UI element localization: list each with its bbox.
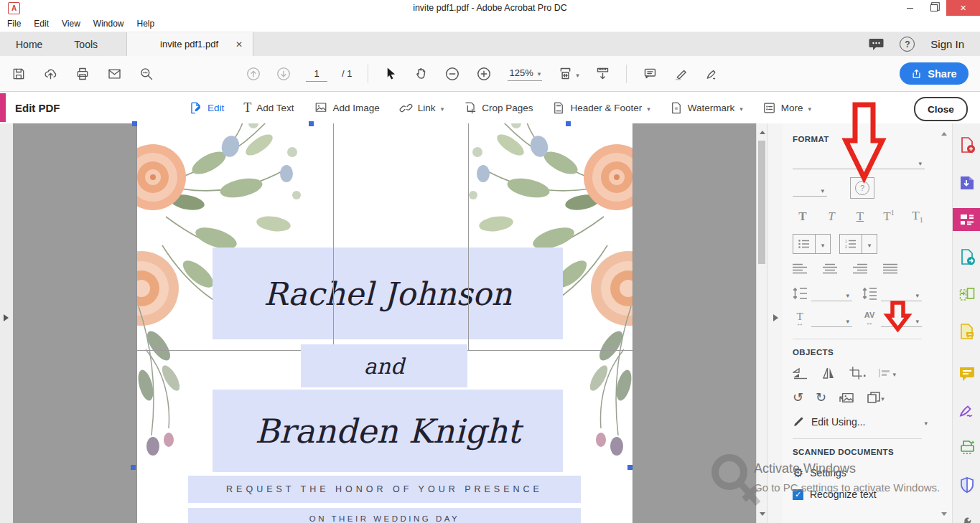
tool-link[interactable]: Link	[399, 101, 444, 115]
panel-scroll-up-icon[interactable]	[941, 132, 947, 136]
font-size-select[interactable]	[793, 180, 827, 197]
textbox-groom-name[interactable]: Branden Knight	[213, 390, 563, 472]
document-scrollbar[interactable]	[756, 123, 767, 523]
subscript-icon[interactable]: T1	[907, 209, 928, 224]
rail-scan-and-ocr[interactable]	[953, 436, 980, 459]
rail-edit-pdf[interactable]	[953, 208, 980, 231]
bulleted-list-button[interactable]	[793, 234, 831, 254]
previous-page-icon[interactable]	[246, 66, 261, 82]
line-spacing-select[interactable]	[811, 285, 852, 301]
next-page-icon[interactable]	[276, 66, 291, 82]
zoom-in-icon[interactable]	[476, 66, 492, 82]
font-help-button[interactable]: ?	[850, 177, 874, 199]
tab-tools[interactable]: Tools	[58, 32, 113, 56]
textbox-conjunction[interactable]: and	[301, 344, 467, 387]
checkbox-checked-icon[interactable]: ✓	[793, 489, 803, 500]
scroll-up-icon[interactable]	[760, 131, 765, 134]
textbox-request-line[interactable]: REQUEST THE HONOR OF YOUR PRESENCE	[188, 476, 581, 503]
character-spacing-select[interactable]	[881, 311, 922, 327]
scrolling-mode-icon[interactable]	[595, 66, 610, 81]
menu-file[interactable]: File	[0, 19, 27, 29]
rail-create-pdf[interactable]	[953, 133, 980, 156]
zoom-out-icon[interactable]	[444, 66, 460, 82]
rail-protect[interactable]	[953, 473, 980, 496]
scan-settings-button[interactable]: ⚙ Settings	[793, 466, 942, 480]
zoom-level-combo[interactable]: 125%	[508, 66, 542, 81]
selection-handle[interactable]	[627, 465, 633, 470]
textbox-bride-name[interactable]: Rachel Johnson	[213, 248, 563, 339]
rail-send-for-comments[interactable]	[953, 320, 980, 343]
selection-handle[interactable]	[309, 121, 314, 126]
align-objects-button[interactable]	[878, 367, 896, 380]
panel-scroll-down-icon[interactable]	[941, 512, 947, 516]
save-icon[interactable]	[11, 67, 26, 81]
print-icon[interactable]	[75, 67, 90, 81]
paragraph-spacing-select[interactable]	[881, 285, 922, 301]
textbox-wedding-day-line[interactable]: ON THEIR WEDDING DAY	[188, 508, 581, 523]
rail-comment[interactable]	[953, 363, 980, 385]
fit-width-combo[interactable]	[558, 66, 579, 81]
collapse-panel-icon[interactable]	[773, 314, 778, 321]
menu-help[interactable]: Help	[131, 19, 162, 29]
email-icon[interactable]	[107, 67, 122, 81]
menu-edit[interactable]: Edit	[27, 19, 55, 29]
crop-object-icon[interactable]: .	[849, 366, 866, 380]
rotate-cw-icon[interactable]: ↻	[816, 390, 826, 405]
edit-using-button[interactable]: Edit Using...	[793, 415, 928, 428]
rail-organize-pages[interactable]	[953, 283, 980, 306]
scroll-down-icon[interactable]	[760, 512, 765, 516]
notifications-bubble-icon[interactable]	[869, 38, 884, 51]
superscript-icon[interactable]: T1	[879, 209, 899, 224]
tool-header-footer[interactable]: Header & Footer	[552, 101, 650, 115]
minimize-button[interactable]	[897, 0, 922, 16]
flip-horizontal-icon[interactable]	[793, 367, 808, 380]
tool-edit[interactable]: Edit	[189, 101, 224, 115]
font-family-select[interactable]	[793, 153, 925, 169]
align-left-icon[interactable]	[793, 263, 807, 274]
comment-note-icon[interactable]	[643, 66, 658, 81]
selection-handle[interactable]	[131, 465, 136, 470]
highlighter-icon[interactable]	[673, 66, 689, 81]
share-button[interactable]: Share	[900, 62, 969, 85]
align-justify-icon[interactable]	[883, 263, 897, 274]
arrange-objects-button[interactable]	[867, 391, 885, 404]
rail-fill-and-sign[interactable]	[953, 399, 980, 422]
bold-icon[interactable]: T	[793, 209, 813, 224]
rail-more-tools[interactable]	[953, 511, 980, 523]
tab-document[interactable]: invite pdf1.pdf ✕	[126, 32, 253, 56]
tool-watermark[interactable]: Watermark	[670, 101, 743, 115]
horizontal-scale-select[interactable]	[811, 311, 852, 327]
align-center-icon[interactable]	[823, 263, 837, 274]
rotate-ccw-icon[interactable]: ↺	[793, 390, 803, 405]
sign-in-link[interactable]: Sign In	[930, 38, 964, 50]
select-tool-icon[interactable]	[384, 66, 398, 81]
close-edit-pdf-button[interactable]: Close	[914, 97, 968, 121]
tab-home[interactable]: Home	[0, 32, 58, 56]
tool-crop-pages[interactable]: Crop Pages	[463, 101, 533, 115]
close-tab-icon[interactable]: ✕	[235, 40, 243, 49]
recognize-text-row[interactable]: ✓ Recognize text	[793, 489, 942, 500]
tool-more[interactable]: More	[762, 101, 811, 115]
upload-cloud-icon[interactable]	[43, 67, 58, 81]
selection-handle[interactable]	[132, 121, 137, 126]
italic-icon[interactable]: T	[821, 209, 841, 224]
close-window-button[interactable]	[946, 0, 980, 16]
rail-combine-files[interactable]	[953, 171, 980, 194]
restore-button[interactable]	[922, 0, 946, 16]
expand-left-pane-icon[interactable]	[4, 314, 9, 321]
help-icon[interactable]: ?	[900, 37, 915, 52]
underline-icon[interactable]: T	[850, 209, 870, 224]
numbered-list-button[interactable]: 12	[839, 234, 877, 254]
menu-window[interactable]: Window	[87, 19, 131, 29]
selection-handle[interactable]	[566, 121, 571, 126]
menu-view[interactable]: View	[55, 19, 87, 29]
sign-pen-icon[interactable]	[704, 66, 719, 81]
hand-tool-icon[interactable]	[414, 66, 429, 81]
rail-export-pdf[interactable]	[953, 245, 980, 268]
search-icon[interactable]	[139, 67, 154, 81]
tool-add-image[interactable]: Add Image	[314, 101, 380, 114]
flip-vertical-icon[interactable]	[821, 367, 836, 380]
tool-add-text[interactable]: T Add Text	[243, 100, 294, 116]
replace-image-icon[interactable]	[839, 391, 854, 404]
align-right-icon[interactable]	[853, 263, 867, 274]
